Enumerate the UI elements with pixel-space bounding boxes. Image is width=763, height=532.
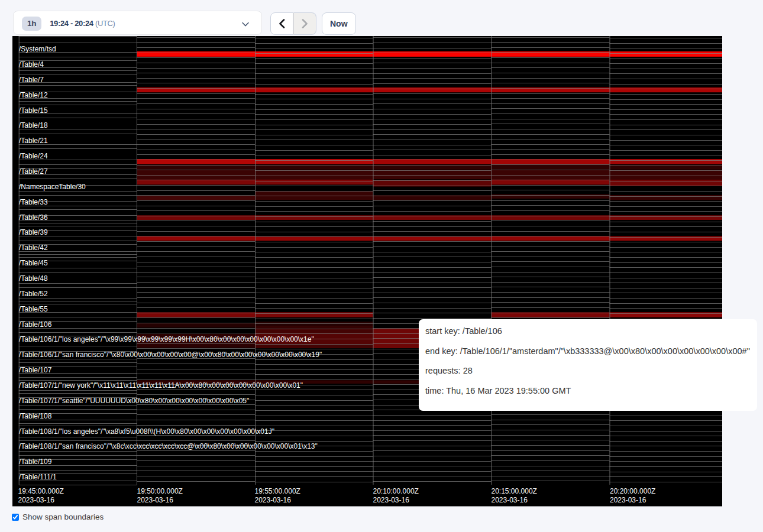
- svg-text:/Table/111/1: /Table/111/1: [19, 473, 57, 481]
- svg-text:/Table/27: /Table/27: [19, 167, 48, 176]
- svg-text:/Table/15: /Table/15: [19, 106, 48, 115]
- svg-text:/System/tsd: /System/tsd: [19, 45, 56, 53]
- svg-text:/Table/4: /Table/4: [19, 60, 44, 69]
- svg-text:20:10:00.000Z: 20:10:00.000Z: [373, 487, 419, 495]
- svg-text:2023-03-16: 2023-03-16: [373, 496, 410, 504]
- svg-text:/Table/106: /Table/106: [19, 320, 52, 329]
- svg-text:/Table/108/1/"los angeles"/"\x: /Table/108/1/"los angeles"/"\xa8\xf5\u00…: [19, 427, 274, 436]
- svg-text:/Table/107/1/"new york"/"\x11\: /Table/107/1/"new york"/"\x11\x11\x11\x1…: [19, 381, 303, 390]
- svg-text:/Table/24: /Table/24: [19, 152, 48, 160]
- svg-text:/Table/36: /Table/36: [19, 213, 48, 222]
- svg-text:/Table/12: /Table/12: [19, 91, 48, 99]
- svg-text:/Table/55: /Table/55: [19, 305, 48, 313]
- svg-text:/Table/109: /Table/109: [19, 458, 52, 466]
- svg-text:/Table/18: /Table/18: [19, 121, 48, 129]
- svg-text:20:15:00.000Z: 20:15:00.000Z: [492, 487, 537, 495]
- svg-text:/Table/42: /Table/42: [19, 244, 48, 252]
- svg-text:/Table/48: /Table/48: [19, 274, 48, 283]
- svg-text:19:50:00.000Z: 19:50:00.000Z: [137, 487, 183, 495]
- svg-text:/Table/45: /Table/45: [19, 259, 48, 267]
- svg-text:20:20:00.000Z: 20:20:00.000Z: [610, 487, 655, 495]
- svg-text:19:45:00.000Z: 19:45:00.000Z: [18, 487, 64, 495]
- svg-text:/Table/21: /Table/21: [19, 137, 48, 145]
- svg-text:2023-03-16: 2023-03-16: [137, 496, 174, 504]
- svg-text:/Table/108/1/"san francisco"/": /Table/108/1/"san francisco"/"\x8c\xcc\x…: [19, 442, 318, 450]
- svg-text:/Table/39: /Table/39: [19, 228, 48, 236]
- svg-text:2023-03-16: 2023-03-16: [492, 496, 528, 504]
- svg-text:/Table/106/1/"los angeles"/"\x: /Table/106/1/"los angeles"/"\x99\x99\x99…: [19, 335, 314, 343]
- svg-text:/Table/107/1/"seattle"/"UUUUUU: /Table/107/1/"seattle"/"UUUUUUD\x00\x80\…: [19, 397, 249, 405]
- svg-text:/Table/107: /Table/107: [19, 366, 52, 374]
- svg-text:/Table/106/1/"san francisco"/": /Table/106/1/"san francisco"/"\x80\x00\x…: [19, 351, 322, 359]
- svg-text:19:55:00.000Z: 19:55:00.000Z: [255, 487, 300, 495]
- svg-text:2023-03-16: 2023-03-16: [610, 496, 646, 504]
- svg-text:/NamespaceTable/30: /NamespaceTable/30: [19, 183, 86, 191]
- svg-text:2023-03-16: 2023-03-16: [18, 496, 55, 504]
- svg-text:/Table/52: /Table/52: [19, 290, 48, 298]
- svg-text:/Table/7: /Table/7: [19, 76, 44, 84]
- svg-text:/Table/108: /Table/108: [19, 412, 52, 420]
- svg-text:/Table/33: /Table/33: [19, 198, 48, 206]
- svg-text:2023-03-16: 2023-03-16: [255, 496, 292, 504]
